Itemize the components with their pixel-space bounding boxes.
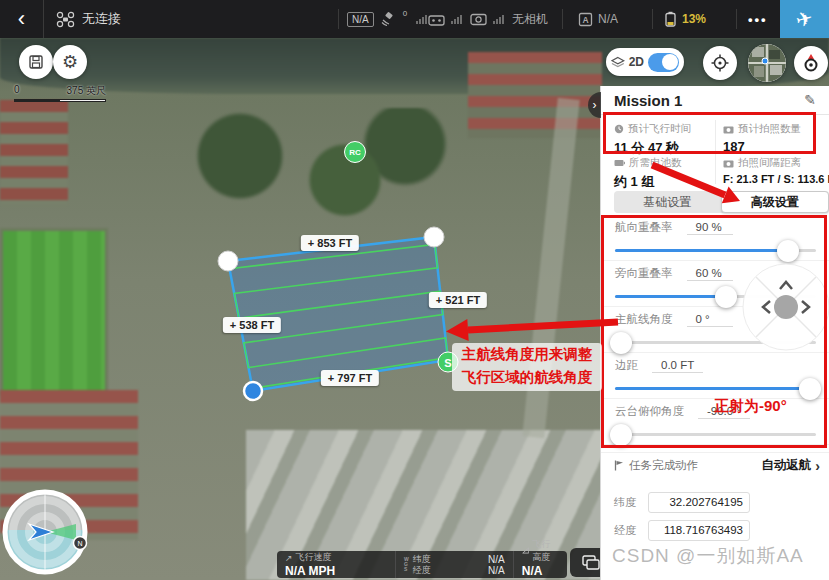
airplane-icon: ✈	[793, 5, 815, 33]
battery-cluster: 13%	[664, 0, 706, 38]
slider-thumb[interactable]	[799, 378, 821, 400]
camera-status: 无相机	[512, 11, 548, 28]
more-menu-button[interactable]: •••	[748, 0, 768, 38]
altitude-label: 飞行高度	[532, 538, 559, 564]
satellite-count: 0	[403, 9, 407, 18]
layers-icon	[582, 555, 600, 570]
tab-advanced-settings[interactable]: 高级设置	[721, 191, 829, 213]
map-scale-bar: 0 375 英尺	[14, 84, 106, 102]
save-mission-button[interactable]	[19, 45, 53, 79]
flag-icon	[614, 460, 624, 471]
finish-action-label: 任务完成动作	[629, 458, 698, 473]
altitude-readout: 飞行高度 N/A FT	[513, 551, 567, 578]
slider-value-field[interactable]: 0.0 FT	[652, 359, 703, 373]
map-trees	[150, 108, 450, 228]
slider-value-field[interactable]: 90 %	[687, 221, 733, 235]
watermark: CSDN @一别如斯AA	[612, 543, 804, 569]
longitude-input[interactable]: 118.716763493	[648, 520, 750, 541]
stat-photo-interval: 拍照间隔距离 F: 21.3 FT / S: 113.6 FT	[723, 156, 829, 185]
map-terrain-patch	[468, 52, 602, 138]
ellipsis-icon: •••	[748, 12, 768, 27]
map-2d-toggle[interactable]: 2D	[606, 48, 684, 76]
slider-label: 旁向重叠率	[615, 266, 673, 281]
mission-panel: › Mission 1 ✎ 预计飞行时间 11 分 47 秒	[600, 86, 829, 580]
slider-value-field[interactable]: 0 °	[687, 313, 733, 327]
settings-tabs: 基础设置 高级设置	[614, 191, 829, 213]
scale-zero-label: 0	[14, 84, 20, 98]
save-icon	[28, 54, 44, 70]
rc-cluster	[428, 0, 462, 38]
takeoff-button[interactable]: ✈	[780, 0, 829, 38]
minimap-thumbnail[interactable]	[748, 44, 786, 82]
2d-switch[interactable]	[648, 53, 679, 72]
slider-thumb[interactable]	[715, 286, 737, 308]
camera-cluster: 无相机	[470, 0, 548, 38]
camera-icon	[723, 159, 734, 168]
slider-track[interactable]	[615, 249, 816, 252]
compass-icon	[801, 53, 821, 73]
slider-thumb[interactable]	[610, 424, 632, 446]
slider-label: 云台俯仰角度	[615, 404, 684, 419]
nudge-dpad[interactable]	[741, 262, 829, 352]
rc-signal-bars	[451, 15, 462, 24]
chevron-right-icon: ›	[593, 98, 597, 112]
camera-icon	[723, 125, 734, 134]
slider-track[interactable]	[615, 387, 816, 390]
slider-thumb[interactable]	[777, 240, 799, 262]
latitude-label: 纬度	[614, 495, 640, 510]
flight-status-icon: A	[578, 12, 593, 27]
edit-mission-icon[interactable]: ✎	[804, 92, 816, 108]
lat-label: 纬度	[413, 554, 431, 565]
scale-distance-label: 375 英尺	[67, 84, 106, 98]
settings-button[interactable]: ⚙	[53, 45, 87, 79]
lng-value: N/A	[488, 565, 505, 576]
lng-label: 经度	[413, 565, 431, 576]
slider-margin: 边距 0.0 FT	[601, 353, 829, 399]
speed-value: N/A MPH	[285, 564, 387, 578]
telemetry-bar: ↗ 飞行速度 N/A MPH WGS 纬度N/A 经度N/A 飞行高度 N/A …	[277, 551, 567, 578]
altitude-value: N/A FT	[522, 564, 559, 580]
rc-location-marker: RC	[344, 141, 366, 163]
route-angle-note: 主航线角度用来调整 飞行区域的航线角度	[452, 343, 602, 391]
gps-readout: WGS 纬度N/A 经度N/A	[395, 551, 513, 578]
slider-track[interactable]	[615, 433, 816, 436]
speed-label: 飞行速度	[296, 551, 332, 564]
slider-label: 边距	[615, 358, 638, 373]
stat-flight-time: 预计飞行时间 11 分 47 秒	[614, 122, 728, 157]
finish-action-row[interactable]: 任务完成动作 自动返航 ›	[601, 452, 829, 478]
compass-reset-button[interactable]	[794, 46, 828, 80]
battery-icon	[664, 11, 677, 27]
gps-cluster: N/A 0	[347, 0, 427, 38]
svg-text:N: N	[77, 540, 82, 547]
2d-label: 2D	[629, 55, 644, 69]
back-button[interactable]: ‹	[0, 0, 44, 38]
mission-title: Mission 1	[614, 92, 682, 109]
camera-signal-icon	[470, 13, 487, 26]
locate-button[interactable]	[703, 46, 737, 80]
back-icon: ‹	[18, 6, 25, 32]
edge-length-label-bottom: + 797 FT	[321, 370, 379, 386]
aircraft-connection: 无连接	[56, 0, 121, 38]
slider-value-field[interactable]: 60 %	[687, 267, 733, 281]
svg-text:A: A	[582, 15, 588, 25]
altitude-icon	[522, 546, 529, 555]
ortho-note: 正射为-90°	[714, 397, 787, 416]
gps-mode-badge: N/A	[347, 12, 374, 27]
camera-signal-bars	[493, 15, 504, 24]
map-sports-field	[0, 228, 108, 396]
clock-icon	[614, 124, 624, 134]
slider-thumb[interactable]	[610, 332, 632, 354]
chevron-right-icon: ›	[815, 458, 820, 474]
tab-basic-settings[interactable]: 基础设置	[614, 191, 721, 213]
crosshair-icon	[711, 54, 729, 72]
slider-label: 主航线角度	[615, 312, 673, 327]
gear-icon: ⚙	[62, 51, 78, 73]
finish-action-value: 自动返航	[761, 457, 811, 474]
latitude-input[interactable]: 32.202764195	[648, 492, 750, 513]
drone-icon	[56, 11, 75, 28]
lat-value: N/A	[488, 554, 505, 565]
longitude-label: 经度	[614, 523, 640, 538]
satellite-icon	[380, 12, 396, 26]
edge-length-label-top: + 853 FT	[301, 235, 359, 251]
speed-readout: ↗ 飞行速度 N/A MPH	[277, 551, 395, 578]
